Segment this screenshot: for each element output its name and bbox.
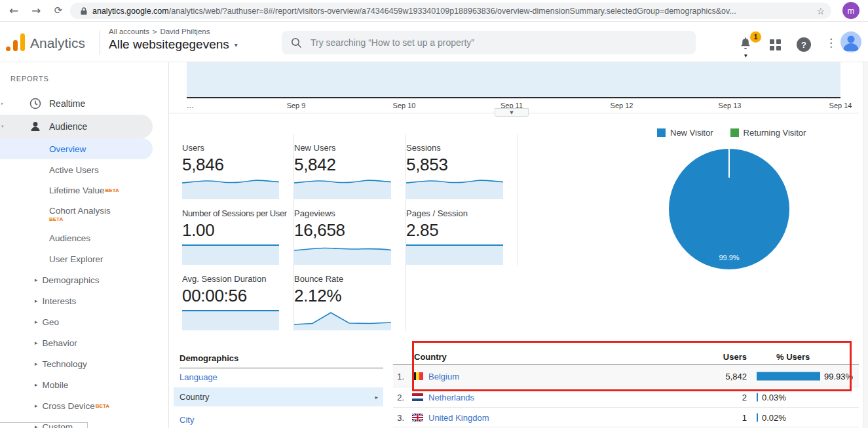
breadcrumb-root[interactable]: All accounts xyxy=(109,28,149,35)
browser-forward-icon[interactable]: → xyxy=(28,2,45,19)
timeline-tick: Sep 14 xyxy=(829,102,852,109)
app-header: Analytics All accounts>David Philtjens A… xyxy=(0,22,868,62)
users-value: 1 xyxy=(742,412,747,422)
legend-returning-visitor[interactable]: Returning Visitor xyxy=(730,128,806,138)
property-name[interactable]: Alle websitegegevens xyxy=(109,37,229,52)
demographics-link-language[interactable]: Language xyxy=(179,372,217,382)
more-options-icon[interactable]: ⋮ xyxy=(825,36,836,49)
user-avatar[interactable] xyxy=(840,31,861,52)
belgium-flag-icon xyxy=(412,372,423,380)
pct-value: 99.93% xyxy=(824,371,853,381)
sidebar-item-behavior[interactable]: ▸Behavior xyxy=(0,332,168,353)
table-row-united-kingdom: 3. United Kingdom 1 0.02% xyxy=(393,407,859,427)
sparkline xyxy=(182,307,279,330)
sidebar-item-label: Technology xyxy=(43,359,87,369)
country-link[interactable]: Netherlands xyxy=(428,393,474,402)
address-bar[interactable]: analytics.google.com/analytics/web/?auth… xyxy=(70,3,831,19)
sidebar-item-label: User Explorer xyxy=(49,254,104,264)
country-link[interactable]: United Kingdom xyxy=(428,412,489,422)
column-header-country[interactable]: Country xyxy=(414,352,447,362)
metric-label: New Users xyxy=(294,143,399,153)
expand-arrow-icon: ▸ xyxy=(35,423,38,428)
help-icon[interactable]: ? xyxy=(797,37,811,52)
metric-value: 5,846 xyxy=(182,155,287,175)
bookmark-star-icon[interactable]: ☆ xyxy=(816,6,825,16)
demographics-link-country[interactable]: Country ▸ xyxy=(174,387,383,406)
sidebar-item-realtime[interactable]: ▸ Realtime xyxy=(0,92,168,115)
pct-bar xyxy=(757,413,758,421)
legend-label: New Visitor xyxy=(670,128,713,138)
sidebar-item-cross-device[interactable]: ▸Cross DeviceBETA xyxy=(0,395,168,416)
scrollbar[interactable] xyxy=(863,62,868,428)
metric-label: Pageviews xyxy=(294,208,399,218)
sparkline xyxy=(294,176,391,199)
sidebar-item-lifetime-value[interactable]: Lifetime ValueBETA xyxy=(0,180,168,200)
sidebar-item-geo[interactable]: ▸Geo xyxy=(0,311,168,332)
sidebar-item-mobile[interactable]: ▸Mobile xyxy=(0,374,168,395)
sidebar: REPORTS ▸ Realtime ▾ Audience Overview A… xyxy=(0,62,169,428)
legend-label: Returning Visitor xyxy=(744,128,806,138)
expand-arrow-icon: ▸ xyxy=(35,360,38,367)
sidebar-item-technology[interactable]: ▸Technology xyxy=(0,353,168,374)
sidebar-item-label: Audience xyxy=(49,121,87,132)
sidebar-item-label: Geo xyxy=(43,317,60,327)
analytics-logo-icon[interactable] xyxy=(6,33,27,52)
sidebar-item-audiences[interactable]: Audiences xyxy=(0,227,168,248)
breadcrumb: All accounts>David Philtjens xyxy=(109,28,238,35)
metric-label: Number of Sessions per User xyxy=(182,208,287,218)
sparkline xyxy=(406,241,503,265)
demographics-country-label: Country xyxy=(179,392,210,402)
column-header-users[interactable]: Users xyxy=(723,352,747,362)
timeline-collapse-button[interactable]: ▼ xyxy=(495,108,529,117)
search-input[interactable] xyxy=(311,37,687,48)
chevron-down-icon: ▼ xyxy=(510,110,513,115)
person-icon xyxy=(29,120,42,133)
visitor-pie-chart: 99.9% xyxy=(669,149,789,269)
expand-arrow-icon: ▸ xyxy=(35,340,38,346)
breadcrumb-user[interactable]: David Philtjens xyxy=(160,28,210,35)
property-caret-icon: ▾ xyxy=(235,41,238,49)
sidebar-item-interests[interactable]: ▸Interests xyxy=(0,290,168,311)
url-text: analytics.google.com/analytics/web/?auth… xyxy=(92,7,811,16)
row-rank: 3. xyxy=(393,412,404,422)
sparkline xyxy=(182,176,279,199)
sidebar-item-label: Interests xyxy=(43,296,77,306)
metric-value: 5,842 xyxy=(294,155,399,175)
sidebar-item-demographics[interactable]: ▸Demographics xyxy=(0,269,168,290)
apps-grid-icon[interactable] xyxy=(770,39,782,51)
sidebar-bottom-divider xyxy=(0,422,87,423)
metric-card-pages-per-session: Pages / Session 2.85 xyxy=(406,200,518,265)
sidebar-item-active-users[interactable]: Active Users xyxy=(0,159,168,180)
metric-label: Avg. Session Duration xyxy=(182,274,287,284)
table-row-belgium: 1. Belgium 5,842 99.93% xyxy=(393,365,859,387)
country-link[interactable]: Belgium xyxy=(428,371,459,381)
beta-badge: BETA xyxy=(49,216,63,222)
column-header-pct-users[interactable]: % Users xyxy=(776,352,810,362)
bell-caret-icon: ▼ xyxy=(744,53,747,58)
legend-new-visitor[interactable]: New Visitor xyxy=(657,128,713,138)
browser-reload-icon[interactable]: ⟳ xyxy=(50,2,67,19)
notifications-bell-icon[interactable]: 1 ▼ xyxy=(738,36,755,53)
row-rank: 1. xyxy=(393,371,404,381)
chrome-profile-avatar[interactable]: m xyxy=(842,2,859,19)
browser-back-icon[interactable]: ← xyxy=(5,2,22,19)
timeline-tick: Sep 9 xyxy=(287,102,306,109)
country-table: Country Users % Users 1. Belgium 5,842 9… xyxy=(393,349,859,427)
breadcrumb-separator-icon: > xyxy=(152,28,157,35)
sidebar-item-overview[interactable]: Overview xyxy=(0,138,153,159)
chevron-right-icon: ▸ xyxy=(375,394,378,400)
expand-arrow-icon: ▸ xyxy=(35,319,38,325)
pie-legend: New Visitor Returning Visitor xyxy=(657,128,806,138)
account-switcher[interactable]: All accounts>David Philtjens Alle websit… xyxy=(109,28,238,52)
users-value: 2 xyxy=(742,393,747,402)
metric-value: 1.00 xyxy=(182,220,287,241)
metric-card-new-users: New Users 5,842 xyxy=(294,134,406,200)
sidebar-item-audience[interactable]: ▾ Audience xyxy=(0,115,153,138)
sidebar-item-cohort-analysis[interactable]: Cohort Analysis BETA xyxy=(0,200,168,227)
sidebar-item-user-explorer[interactable]: User Explorer xyxy=(0,248,168,269)
product-name: Analytics xyxy=(30,35,85,51)
metric-label: Users xyxy=(182,143,287,153)
search-bar[interactable] xyxy=(282,31,696,54)
sparkline xyxy=(182,241,279,265)
demographics-link-city[interactable]: City xyxy=(179,415,194,425)
